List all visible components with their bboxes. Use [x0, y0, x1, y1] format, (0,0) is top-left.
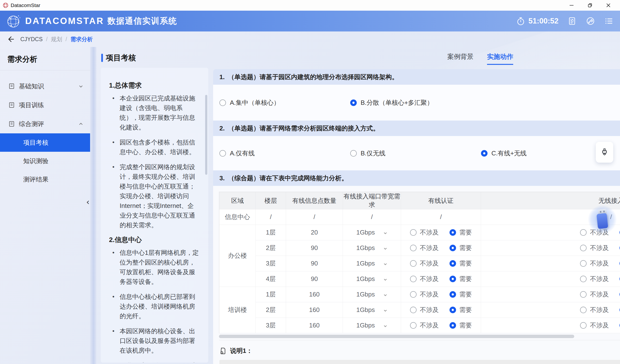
option-b-radio[interactable]: B.分散（单核心+多汇聚）	[350, 99, 433, 107]
auth-not-involved-radio[interactable]: 不涉及	[410, 244, 439, 252]
col-floor: 楼层	[256, 192, 286, 209]
bandwidth-dropdown[interactable]: 1Gbps	[343, 306, 401, 314]
doc-bullet: •企业已采购1台服务器用于部署企业交易平台（Web网站），面向Internet用…	[109, 361, 200, 363]
tab-implementation[interactable]: 实施动作	[487, 52, 513, 65]
wireless-not-involved-radio[interactable]: 不涉及	[580, 244, 609, 252]
bandwidth-dropdown[interactable]: 1Gbps	[343, 229, 401, 236]
auth-required-radio[interactable]: 需要	[450, 244, 472, 252]
header-actions: 51:00:52	[516, 16, 614, 26]
sidebar-subitem-project-exam[interactable]: 项目考核	[0, 133, 90, 152]
close-button[interactable]	[599, 0, 618, 11]
tab-bar: 案例背景 实施动作	[213, 52, 620, 65]
sidebar-subitem-knowledge-test[interactable]: 知识测验	[0, 152, 90, 170]
sidebar-divider	[0, 70, 90, 70]
option-a-radio[interactable]: A.集中（单核心）	[219, 99, 350, 107]
table-row-info-center: 信息中心 / / / / /	[219, 209, 620, 225]
radio-icon[interactable]	[219, 150, 226, 157]
doc-section-title: 1.总体需求	[109, 81, 200, 90]
auth-required-radio[interactable]: 需要	[450, 228, 472, 237]
auth-not-involved-radio[interactable]: 不涉及	[410, 321, 439, 330]
option-label: C.有线+无线	[491, 149, 527, 158]
usb-device-float[interactable]	[588, 205, 617, 234]
option-a-radio[interactable]: A.仅有线	[219, 149, 350, 158]
auth-not-involved-radio[interactable]: 不涉及	[410, 290, 439, 299]
option-label: A.仅有线	[230, 149, 255, 158]
wireless-not-involved-radio[interactable]: 不涉及	[580, 275, 609, 283]
menu-list-icon[interactable]	[604, 16, 614, 26]
bandwidth-dropdown[interactable]: 1Gbps	[343, 322, 401, 329]
panel-divider: ‹	[90, 47, 96, 364]
auth-required-radio[interactable]: 需要	[450, 259, 472, 268]
breadcrumb-item-planning[interactable]: 规划	[51, 36, 62, 43]
case-doc-card[interactable]: 1.总体需求 •本企业园区已完成基础设施建设（含强电、弱电系统），现需开展数字与…	[101, 68, 208, 363]
report-icon[interactable]	[567, 16, 577, 26]
auth-not-involved-radio[interactable]: 不涉及	[410, 275, 439, 283]
option-label: A.集中（单核心）	[230, 99, 280, 107]
wireless-not-involved-radio[interactable]: 不涉及	[580, 306, 609, 314]
note-1-text: 信息中心指的是核心交换机所在的区域，该区域无需编辑。	[219, 360, 620, 364]
radio-icon[interactable]	[219, 99, 226, 106]
table-row-training-f3: 3层 160 1Gbps 不涉及需要 不涉及需要	[219, 318, 620, 333]
tab-case-background[interactable]: 案例背景	[447, 52, 473, 65]
question-stem: （单选题）请基于园区内建筑的地理分布选择园区网络架构。	[228, 73, 398, 81]
wrench-circle-icon[interactable]	[586, 16, 595, 26]
doc-section-title: 2.信息中心	[109, 235, 200, 244]
table-horizontal-scrollbar[interactable]	[219, 335, 620, 338]
app-window: DatacomStar DATACOMSTAR	[0, 0, 620, 364]
wireless-not-involved-radio[interactable]: 不涉及	[580, 290, 609, 299]
auth-not-involved-radio[interactable]: 不涉及	[410, 228, 439, 237]
timer-value: 51:00:52	[528, 17, 558, 25]
sidebar-subitem-results[interactable]: 测评结果	[0, 170, 90, 189]
question-number: 3.	[219, 174, 225, 182]
auth-not-involved-radio[interactable]: 不涉及	[410, 306, 439, 314]
capability-table-viewport[interactable]: 区域 楼层 有线信息点数量 有线接入端口带宽需求 有线认证 无线接入 信息中心 …	[219, 192, 620, 333]
option-b-radio[interactable]: B.仅无线	[350, 149, 481, 158]
scrollbar-thumb[interactable]	[219, 335, 574, 338]
radio-selected-icon[interactable]	[481, 150, 488, 157]
option-c-radio[interactable]: C.有线+无线	[481, 149, 527, 158]
usb-drive-icon	[597, 213, 608, 229]
question-panel: 案例背景 实施动作 1. （单选题）请基于园区内建筑的地理分布选择园区网络架构。…	[210, 47, 620, 364]
sidebar-item-training[interactable]: 项目训练	[0, 96, 90, 114]
clear-answers-floating-button[interactable]	[596, 142, 613, 163]
app-header: DATACOMSTAR 数据通信实训系统 51:00:52	[0, 11, 620, 31]
bandwidth-dropdown[interactable]: 1Gbps	[343, 260, 401, 267]
auth-required-radio[interactable]: 需要	[450, 306, 472, 314]
bandwidth-dropdown[interactable]: 1Gbps	[343, 291, 401, 298]
window-title: DatacomStar	[11, 2, 40, 8]
doc-bullet: •信息中心核心机房已部署到达办公楼、培训楼网络机房的光纤。	[109, 292, 200, 321]
chevron-down-icon	[383, 277, 388, 282]
question-number: 2.	[219, 125, 225, 132]
sidebar-item-basics[interactable]: 基础知识	[0, 77, 90, 96]
auth-required-radio[interactable]: 需要	[450, 290, 472, 299]
minimize-button[interactable]	[562, 0, 581, 11]
back-arrow-icon[interactable]	[7, 36, 14, 43]
system-name: 数据通信实训系统	[108, 15, 177, 27]
auth-required-radio[interactable]: 需要	[450, 321, 472, 330]
question-2-header: 2. （单选题）请基于网络需求分析园区终端的接入方式。	[213, 121, 620, 136]
auth-required-radio[interactable]: 需要	[450, 275, 472, 283]
bandwidth-dropdown[interactable]: 1Gbps	[343, 244, 401, 252]
radio-icon[interactable]	[350, 150, 357, 157]
table-row-office-f4: 4层 90 1Gbps 不涉及需要 不涉及需要	[219, 271, 620, 287]
col-points: 有线信息点数量	[286, 192, 343, 209]
auth-not-involved-radio[interactable]: 不涉及	[410, 259, 439, 268]
bandwidth-dropdown[interactable]: 1Gbps	[343, 275, 401, 283]
doc-bullet: •信息中心1层有网络机房，定位为整个园区的核心机房，可放置机柜、网络设备及服务器…	[109, 248, 200, 287]
breadcrumb: CJYDCS / 规划 / 需求分析	[0, 31, 620, 47]
wireless-not-involved-radio[interactable]: 不涉及	[580, 321, 609, 330]
sidebar-item-assessment[interactable]: 综合测评	[0, 114, 90, 133]
col-wired-auth: 有线认证	[401, 192, 481, 209]
chevron-down-icon	[383, 262, 388, 266]
restore-button[interactable]	[581, 0, 599, 11]
radio-selected-icon[interactable]	[350, 99, 357, 106]
booklet-icon	[8, 102, 15, 108]
doc-scrollbar-thumb[interactable]	[205, 95, 207, 175]
area-cell: 信息中心	[219, 209, 256, 225]
brand-globe-icon	[6, 14, 21, 29]
collapse-panel-chevron-icon[interactable]: ‹	[86, 197, 90, 207]
chevron-down-icon	[78, 83, 84, 89]
wireless-not-involved-radio[interactable]: 不涉及	[580, 259, 609, 268]
breadcrumb-item-cjydcs[interactable]: CJYDCS	[20, 36, 43, 43]
chevron-up-icon	[78, 121, 84, 127]
